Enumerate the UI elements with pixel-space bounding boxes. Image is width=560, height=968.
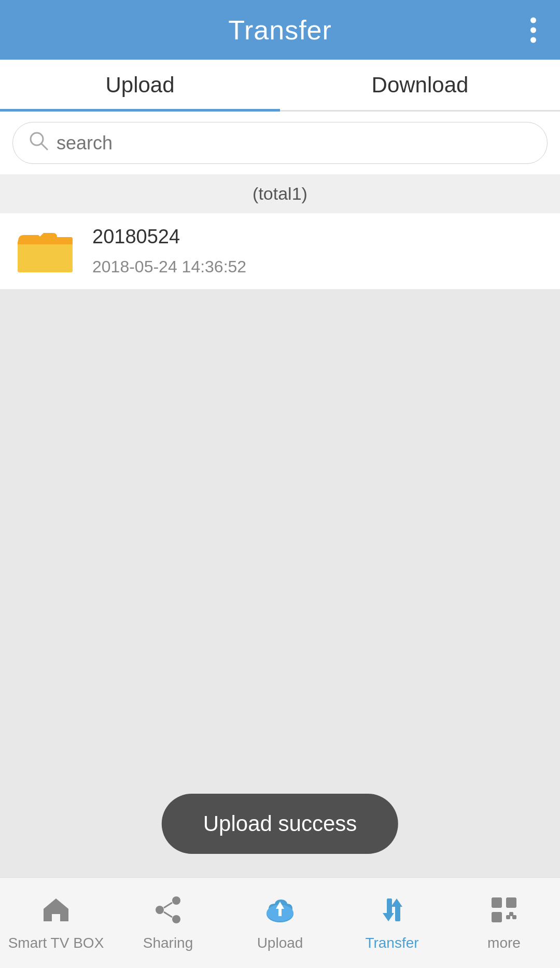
nav-label-transfer: Transfer	[365, 935, 418, 951]
nav-item-transfer[interactable]: Transfer	[336, 887, 448, 959]
nav-item-more[interactable]: more	[448, 887, 560, 959]
nav-label-more: more	[487, 935, 521, 951]
svg-rect-3	[52, 914, 60, 921]
empty-area	[0, 289, 560, 860]
bottom-nav: Smart TV BOX Sharing Upload	[0, 877, 560, 968]
header-title: Transfer	[228, 15, 332, 46]
file-date: 2018-05-24 14:36:52	[92, 257, 246, 276]
svg-line-1	[41, 144, 47, 149]
upload-cloud-icon	[263, 894, 297, 930]
svg-line-8	[164, 912, 172, 917]
nav-item-sharing[interactable]: Sharing	[112, 887, 224, 959]
svg-marker-15	[391, 898, 402, 907]
search-icon	[29, 131, 48, 155]
more-vert-icon[interactable]	[525, 12, 541, 48]
svg-rect-16	[492, 897, 502, 908]
nav-label-sharing: Sharing	[143, 935, 193, 951]
toast-notification: Upload success	[162, 794, 398, 854]
svg-rect-21	[509, 912, 513, 916]
svg-point-5	[156, 906, 164, 914]
tab-bar: Upload Download	[0, 60, 560, 112]
tab-upload[interactable]: Upload	[0, 60, 280, 110]
share-icon	[152, 894, 184, 930]
file-list: 20180524 2018-05-24 14:36:52	[0, 213, 560, 289]
svg-rect-18	[492, 912, 502, 922]
svg-line-7	[164, 903, 172, 908]
svg-point-4	[172, 896, 180, 905]
table-row[interactable]: 20180524 2018-05-24 14:36:52	[0, 213, 560, 289]
svg-rect-14	[395, 905, 400, 921]
svg-marker-13	[383, 913, 394, 921]
svg-point-6	[172, 915, 180, 923]
svg-rect-17	[506, 897, 516, 908]
nav-item-smart-tv-box[interactable]: Smart TV BOX	[0, 887, 112, 959]
search-container	[0, 112, 560, 174]
transfer-icon	[375, 894, 409, 930]
app-header: Transfer	[0, 0, 560, 60]
home-icon	[40, 894, 72, 930]
search-input[interactable]	[57, 132, 531, 154]
nav-label-smart-tv-box: Smart TV BOX	[8, 935, 104, 951]
search-box	[12, 122, 548, 164]
file-info: 20180524 2018-05-24 14:36:52	[92, 226, 246, 276]
nav-item-upload[interactable]: Upload	[224, 887, 336, 959]
nav-label-upload: Upload	[257, 935, 303, 951]
more-apps-icon	[488, 894, 520, 930]
file-name: 20180524	[92, 226, 246, 248]
tab-download[interactable]: Download	[280, 60, 560, 110]
folder-icon	[17, 228, 74, 274]
total-bar: (total1)	[0, 174, 560, 213]
